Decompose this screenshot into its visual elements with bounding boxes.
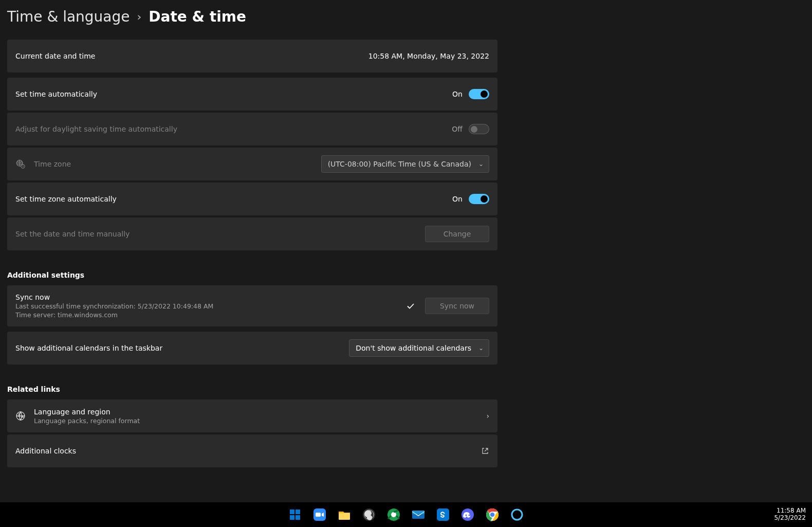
sync-row: Sync now Last successful time synchroniz… [7, 285, 497, 326]
current-datetime-value: 10:58 AM, Monday, May 23, 2022 [368, 52, 489, 60]
calendars-value: Don't show additional calendars [356, 344, 471, 352]
timezone-select: (UTC-08:00) Pacific Time (US & Canada) ⌄ [321, 155, 489, 173]
language-region-title: Language and region [34, 408, 486, 416]
dst-toggle [469, 124, 489, 134]
taskbar-time: 11:58 AM [774, 507, 806, 515]
manual-datetime-label: Set the date and time manually [15, 230, 425, 238]
language-region-sub: Language packs, regional format [34, 417, 486, 425]
start-button[interactable] [285, 504, 305, 525]
taskbar-clock[interactable]: 11:58 AM 5/23/2022 [774, 507, 806, 522]
sync-title: Sync now [15, 293, 404, 301]
taskbar: 11:58 AM 5/23/2022 [0, 502, 812, 527]
taskbar-app-browser[interactable] [383, 504, 404, 525]
taskbar-app-zoom[interactable] [309, 504, 330, 525]
sync-server: Time server: time.windows.com [15, 311, 404, 319]
svg-rect-5 [290, 515, 294, 520]
svg-rect-15 [412, 511, 425, 514]
sync-now-button: Sync now [425, 298, 489, 314]
manual-datetime-row: Set the date and time manually Change [7, 217, 497, 250]
svg-point-18 [466, 515, 467, 516]
taskbar-date: 5/23/2022 [774, 515, 806, 522]
set-tz-auto-state: On [452, 195, 463, 203]
set-time-auto-toggle[interactable] [469, 89, 489, 99]
taskbar-app-mail[interactable] [408, 504, 429, 525]
chevron-down-icon: ⌄ [478, 344, 484, 352]
taskbar-app-cortana[interactable] [507, 504, 527, 525]
svg-rect-3 [290, 510, 294, 514]
taskbar-app-explorer[interactable] [334, 504, 355, 525]
calendars-row: Show additional calendars in the taskbar… [7, 332, 497, 365]
additional-settings-title: Additional settings [7, 271, 497, 279]
additional-clocks-title: Additional clocks [15, 447, 481, 455]
set-time-auto-label: Set time automatically [15, 90, 452, 98]
set-tz-auto-toggle[interactable] [469, 194, 489, 204]
taskbar-app-skype[interactable] [433, 504, 453, 525]
set-time-auto-state: On [452, 90, 463, 98]
chevron-down-icon: ⌄ [478, 160, 484, 168]
breadcrumb-parent[interactable]: Time & language [7, 8, 130, 25]
svg-rect-9 [339, 513, 350, 520]
language-region-link[interactable]: Language and region Language packs, regi… [7, 399, 497, 432]
language-icon [15, 411, 26, 421]
dst-label: Adjust for daylight saving time automati… [15, 125, 452, 133]
timezone-label: Time zone [34, 160, 321, 168]
chevron-right-icon: › [486, 412, 489, 420]
taskbar-app-discord[interactable] [457, 504, 478, 525]
svg-point-23 [512, 510, 522, 520]
taskbar-app-chrome[interactable] [482, 504, 503, 525]
calendars-select[interactable]: Don't show additional calendars ⌄ [349, 339, 489, 357]
breadcrumb: Time & language › Date & time [7, 8, 800, 25]
additional-clocks-link[interactable]: Additional clocks [7, 434, 497, 467]
timezone-value: (UTC-08:00) Pacific Time (US & Canada) [328, 160, 471, 168]
svg-rect-8 [316, 513, 321, 517]
dst-row: Adjust for daylight saving time automati… [7, 113, 497, 146]
check-icon [404, 300, 417, 312]
dst-state: Off [452, 125, 463, 133]
timezone-row: Time zone (UTC-08:00) Pacific Time (US &… [7, 148, 497, 180]
set-tz-auto-label: Set time zone automatically [15, 195, 452, 203]
globe-clock-icon [15, 159, 26, 169]
page-title: Date & time [149, 8, 246, 25]
current-datetime-label: Current date and time [15, 52, 368, 60]
current-datetime-row: Current date and time 10:58 AM, Monday, … [7, 40, 497, 72]
svg-point-19 [469, 515, 470, 516]
calendars-label: Show additional calendars in the taskbar [15, 344, 349, 352]
set-tz-auto-row: Set time zone automatically On [7, 183, 497, 215]
change-button: Change [425, 226, 489, 242]
svg-point-13 [391, 512, 396, 517]
svg-rect-6 [296, 515, 300, 520]
related-links-title: Related links [7, 385, 497, 393]
taskbar-app-obs[interactable] [359, 504, 379, 525]
svg-rect-4 [296, 510, 300, 514]
open-external-icon [481, 447, 489, 455]
chevron-right-icon: › [137, 10, 142, 23]
set-time-auto-row: Set time automatically On [7, 78, 497, 111]
sync-last: Last successful time synchronization: 5/… [15, 302, 404, 310]
